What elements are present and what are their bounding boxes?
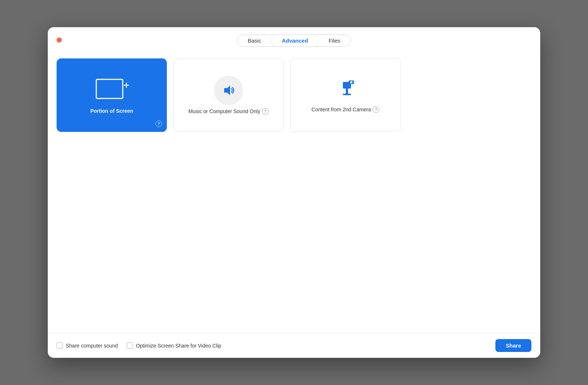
cards-row: Portion of Screen ?: [57, 58, 531, 132]
card-label-2: Music or Computer Sound Only: [189, 108, 260, 114]
optimize-video-clip-label: Optimize Screen Share for Video Clip: [136, 343, 221, 349]
card-portion-of-screen[interactable]: Portion of Screen ?: [57, 58, 167, 132]
optimize-video-clip-checkbox-group[interactable]: Optimize Screen Share for Video Clip: [127, 342, 221, 349]
screen-share-dialog: Basic Advanced Files Portion of Screen: [48, 27, 540, 358]
card-label-row-2: Music or Computer Sound Only ?: [174, 108, 283, 115]
help-icon-3[interactable]: ?: [373, 106, 379, 113]
title-bar: Basic Advanced Files: [48, 27, 540, 53]
share-computer-sound-checkbox-group[interactable]: Share computer sound: [57, 342, 118, 349]
screen-portion-icon: [93, 76, 130, 105]
share-computer-sound-label: Share computer sound: [66, 343, 118, 349]
share-computer-sound-checkbox[interactable]: [57, 342, 63, 349]
sound-icon: [214, 76, 243, 105]
optimize-video-clip-checkbox[interactable]: [127, 342, 133, 349]
svg-rect-0: [96, 79, 123, 98]
tab-advanced[interactable]: Advanced: [272, 35, 319, 46]
tab-group: Basic Advanced Files: [237, 35, 351, 47]
card-music-sound[interactable]: Music or Computer Sound Only ?: [173, 58, 284, 132]
card-2nd-camera[interactable]: Content from 2nd Camera ?: [290, 58, 401, 132]
help-icon-2[interactable]: ?: [262, 108, 269, 115]
close-button[interactable]: [57, 37, 62, 43]
tab-basic[interactable]: Basic: [237, 35, 272, 46]
svg-rect-5: [343, 94, 351, 95]
content-area: Portion of Screen ?: [48, 53, 540, 333]
share-button[interactable]: Share: [495, 339, 531, 352]
svg-point-7: [350, 81, 352, 83]
tab-files[interactable]: Files: [318, 35, 351, 46]
card-label-row-3: Content from 2nd Camera ?: [291, 106, 400, 113]
bottom-bar: Share computer sound Optimize Screen Sha…: [48, 333, 540, 358]
card-label-3: Content from 2nd Camera: [312, 107, 371, 112]
card-label-row-1: Portion of Screen: [57, 108, 166, 114]
card-label-1: Portion of Screen: [90, 108, 133, 114]
svg-rect-4: [346, 89, 348, 94]
help-icon-1[interactable]: ?: [155, 120, 162, 127]
camera-icon: [333, 78, 358, 103]
